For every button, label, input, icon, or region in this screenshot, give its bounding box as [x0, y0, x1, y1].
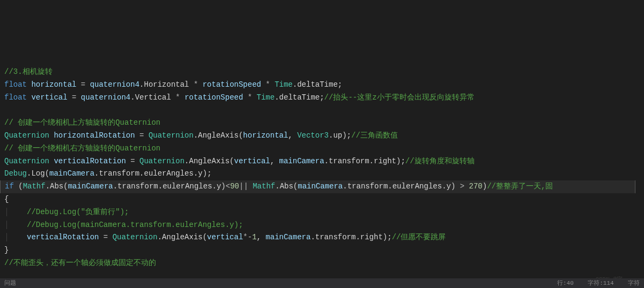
comment-line: //3.相机旋转 — [4, 67, 53, 76]
comment-line: // 创建一个绕相机右方轴旋转的Quaternion — [4, 144, 160, 153]
keyword: float — [4, 80, 27, 89]
statusbar-right: 行:40 字符:114 字符 — [557, 278, 640, 288]
variable: horizontal — [31, 80, 76, 89]
statusbar: 问题 行:40 字符:114 字符 — [0, 278, 644, 288]
comment-line: //不能歪头，还有一个轴必须做成固定不动的 — [4, 259, 156, 267]
comment-line: // 创建一个绕相机上方轴旋转的Quaternion — [4, 118, 160, 127]
statusbar-left[interactable]: 问题 — [4, 278, 16, 288]
current-line: if (Mathf.Abs(mainCamera.transform.euler… — [0, 180, 635, 193]
code-editor[interactable]: //3.相机旋转 float horizontal = quaternion4.… — [4, 53, 640, 288]
